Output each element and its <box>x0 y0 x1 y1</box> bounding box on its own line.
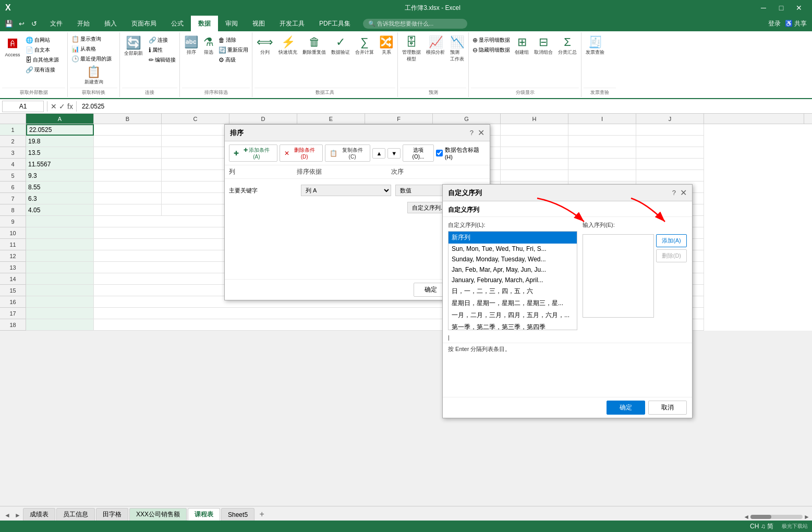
cancel-formula-icon[interactable]: ✕ <box>51 102 57 111</box>
row-header-2[interactable]: 2 <box>0 136 26 147</box>
tab-home[interactable]: 开始 <box>70 16 97 31</box>
h-scroll-left-icon[interactable]: ◄ <box>743 513 749 521</box>
redo-qa-button[interactable]: ↺ <box>28 18 40 29</box>
cell-a8[interactable]: 4.05 <box>26 204 94 216</box>
row-header-9[interactable]: 9 <box>0 216 26 227</box>
tab-review[interactable]: 审阅 <box>218 16 245 31</box>
list-item-quarters[interactable]: 第一季，第二季，第三季，第四季 <box>449 321 577 330</box>
sort-column-select[interactable]: 列 A <box>301 185 391 196</box>
input-series-textarea[interactable] <box>583 234 654 318</box>
col-header-g[interactable]: G <box>433 114 501 124</box>
tab-data[interactable]: 数据 <box>191 16 218 31</box>
row-header-5[interactable]: 5 <box>0 170 26 182</box>
col-header-j[interactable]: J <box>636 114 704 124</box>
data-validation-button[interactable]: ✓ 数据验证 <box>329 34 352 57</box>
cell-a1[interactable]: 22.0525 <box>26 124 94 136</box>
col-header-d[interactable]: D <box>229 114 297 124</box>
refresh-all-button[interactable]: 🔄 全部刷新 <box>122 34 145 58</box>
row-header-10[interactable]: 10 <box>0 227 26 239</box>
properties-button[interactable]: ℹ属性 <box>147 45 177 55</box>
col-header-f[interactable]: F <box>365 114 433 124</box>
forecast-button[interactable]: 📉 预测工作表 <box>448 34 466 64</box>
cell-a2[interactable]: 19.8 <box>26 136 94 147</box>
cell-j1[interactable] <box>636 124 704 136</box>
col-header-c[interactable]: C <box>162 114 229 124</box>
manage-model-button[interactable]: 🗄 管理数据模型 <box>400 34 423 64</box>
tab-formula[interactable]: 公式 <box>164 16 191 31</box>
maximize-button[interactable]: □ <box>773 3 789 13</box>
list-item-sun[interactable]: Sun, Mon, Tue, Wed, Thu, Fri, S... <box>449 244 577 254</box>
tab-file[interactable]: 文件 <box>43 16 70 31</box>
row-header-13[interactable]: 13 <box>0 262 26 273</box>
sort-close-icon[interactable]: ✕ <box>478 128 484 138</box>
sort-az-button[interactable]: 🔤 排序 <box>182 34 200 57</box>
row-header-7[interactable]: 7 <box>0 193 26 204</box>
undo-qa-button[interactable]: ↩ <box>16 18 27 29</box>
cell-a4[interactable]: 11.5567 <box>26 159 94 170</box>
subtotal-button[interactable]: Σ 分类汇总 <box>556 34 579 57</box>
header-checkbox[interactable] <box>436 150 443 156</box>
text-to-columns-button[interactable]: ⟺ 分列 <box>254 34 275 57</box>
recent-sources-button[interactable]: 🕒最近使用的源 <box>70 54 117 64</box>
list-item-new[interactable]: 新序列 <box>449 232 577 244</box>
remove-duplicates-button[interactable]: 🗑 删除重复值 <box>300 34 328 57</box>
share-button[interactable]: ♿ 共享 <box>785 19 807 28</box>
cell-a7[interactable]: 6.3 <box>26 193 94 204</box>
web-button[interactable]: 🌐自网站 <box>24 35 60 45</box>
flash-fill-button[interactable]: ⚡ 快速填充 <box>276 34 299 57</box>
row-header-8[interactable]: 8 <box>0 204 26 216</box>
scroll-left-icon[interactable]: ◄ <box>2 510 13 521</box>
what-if-button[interactable]: 📈 模拟分析 <box>424 34 447 57</box>
group-button[interactable]: ⊞ 创建组 <box>513 34 531 57</box>
col-header-h[interactable]: H <box>501 114 568 124</box>
tab-developer[interactable]: 开发工具 <box>272 16 312 31</box>
add-condition-button[interactable]: ✚ ✚ 添加条件(A) <box>229 144 277 162</box>
save-qa-button[interactable]: 💾 <box>3 18 15 29</box>
add-list-button[interactable]: 添加(A) <box>656 234 687 247</box>
delete-list-button[interactable]: 删除(D) <box>656 249 687 262</box>
tab-view[interactable]: 视图 <box>245 16 272 31</box>
login-button[interactable]: 登录 <box>768 19 781 28</box>
other-sources-button[interactable]: 🗄自其他来源 <box>24 55 60 65</box>
sort-options-button[interactable]: 选项(O)... <box>403 144 434 162</box>
tab-insert[interactable]: 插入 <box>97 16 124 31</box>
sheet-tab-grades[interactable]: 成绩表 <box>23 508 55 521</box>
move-up-button[interactable]: ▲ <box>372 148 385 159</box>
custom-cancel-button[interactable]: 取消 <box>648 401 687 415</box>
sheet-tab-sales[interactable]: XXX公司销售额 <box>129 508 187 521</box>
connections-button[interactable]: 🔗连接 <box>147 35 177 45</box>
cell-reference-box[interactable] <box>2 101 44 112</box>
text-button[interactable]: 📄自文本 <box>24 45 60 55</box>
move-down-button[interactable]: ▼ <box>387 148 401 159</box>
search-box[interactable]: 🔍 告诉我您想要做什么... <box>363 19 467 29</box>
close-button[interactable]: ✕ <box>791 3 807 13</box>
list-item-jan[interactable]: Jan, Feb, Mar, Apr, May, Jun, Ju... <box>449 264 577 275</box>
row-header-17[interactable]: 17 <box>0 308 26 319</box>
sheet-tab-employees[interactable]: 员工信息 <box>56 508 95 521</box>
new-query-button[interactable]: 📋 新建查询 <box>70 64 117 87</box>
scroll-right-icon[interactable]: ► <box>13 510 23 521</box>
sheet-tab-sheet5[interactable]: Sheet5 <box>221 508 254 521</box>
existing-connections-button[interactable]: 🔗现有连接 <box>24 65 60 75</box>
list-item-january[interactable]: January, February, March, April... <box>449 275 577 285</box>
col-header-e[interactable]: E <box>297 114 365 124</box>
custom-help-icon[interactable]: ? <box>672 189 676 197</box>
col-header-i[interactable]: I <box>568 114 636 124</box>
row-header-11[interactable]: 11 <box>0 239 26 250</box>
h-scroll-right-icon[interactable]: ► <box>804 513 810 521</box>
row-header-14[interactable]: 14 <box>0 273 26 285</box>
col-header-b[interactable]: B <box>94 114 162 124</box>
cell-b1[interactable] <box>94 124 162 136</box>
edit-links-button[interactable]: ✏编辑链接 <box>147 55 177 65</box>
row-header-12[interactable]: 12 <box>0 250 26 262</box>
advanced-filter-button[interactable]: ⚙高级 <box>217 55 250 65</box>
hide-detail-button[interactable]: ⊖隐藏明细数据 <box>471 45 512 55</box>
row-header-6[interactable]: 6 <box>0 182 26 193</box>
cell-i1[interactable] <box>568 124 636 136</box>
access-button[interactable]: 🅰 Access <box>2 34 23 58</box>
header-checkbox-label[interactable]: 数据包含标题(H) <box>436 146 486 160</box>
list-item-cn-months[interactable]: 一月，二月，三月，四月，五月，六月，... <box>449 309 577 321</box>
clear-filter-button[interactable]: 🗑清除 <box>217 35 250 45</box>
show-query-button[interactable]: 📋显示查询 <box>70 34 117 44</box>
invoice-verify-button[interactable]: 🧾 发票查验 <box>584 34 607 57</box>
